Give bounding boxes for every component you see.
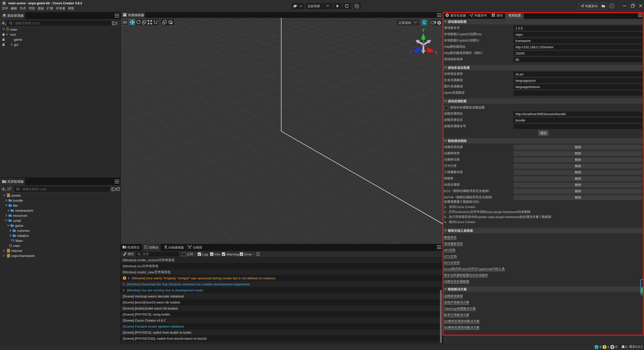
- svg-text:Y: Y: [422, 28, 425, 32]
- svg-text:?: ?: [611, 4, 613, 8]
- svg-text:X: X: [435, 50, 437, 55]
- svg-text:Z: Z: [410, 50, 412, 55]
